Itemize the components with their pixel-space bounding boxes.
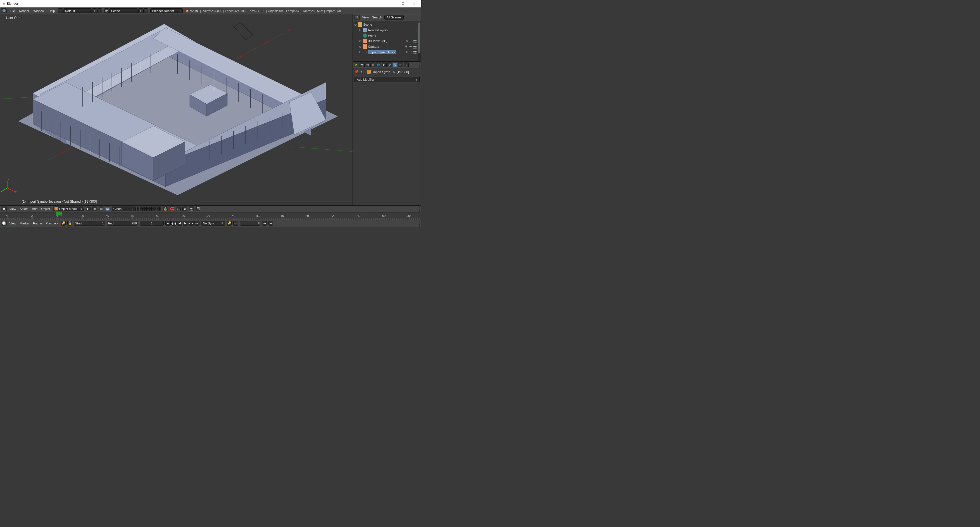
jump-end-button[interactable]: ⏭ xyxy=(194,221,199,225)
outliner-menu-view[interactable]: View xyxy=(361,15,370,19)
editor-type-timeline-icon[interactable]: 🕓▾ xyxy=(1,221,7,225)
timeline-cursor[interactable] xyxy=(59,213,59,220)
outliner-item-scene[interactable]: Scene xyxy=(363,23,372,26)
tab-render[interactable]: 📷 xyxy=(360,62,364,67)
menu-help[interactable]: Help xyxy=(48,9,56,13)
layout-browse-button[interactable] xyxy=(58,8,63,13)
tab-world[interactable]: 🌐 xyxy=(376,62,381,67)
eye-icon[interactable]: 👁 xyxy=(406,45,408,48)
layer-buttons[interactable] xyxy=(137,206,161,211)
minimize-button[interactable]: — xyxy=(387,0,398,7)
opengl-anim-button[interactable]: 🎞 xyxy=(196,206,200,211)
tab-scene[interactable]: 🎬 xyxy=(371,62,375,67)
tab-constraints[interactable]: 🔗 xyxy=(387,62,392,67)
outliner-tree[interactable]: ⊖Scene ⊕RenderLayers▫ World ⊕3D View: {3… xyxy=(353,21,421,62)
close-button[interactable]: ✕ xyxy=(409,0,420,7)
key-remove-button[interactable]: 🗝 xyxy=(269,221,273,225)
tab-data[interactable]: ▽ xyxy=(398,62,403,67)
vp-menu-select[interactable]: Select xyxy=(19,206,29,211)
keying-set-dropdown[interactable]: ⇕ xyxy=(240,221,260,225)
outliner-item-camera[interactable]: Camera xyxy=(368,45,379,48)
scene-dropdown[interactable]: Scene xyxy=(109,8,138,13)
lock-camera-button[interactable]: 🔒 xyxy=(163,206,168,211)
auto-keyframe-button[interactable]: 🔑 xyxy=(61,221,66,225)
proportional-button[interactable]: ◉ xyxy=(183,206,187,211)
shading-mode-button[interactable]: ◐ xyxy=(86,206,91,211)
tl-menu-frame[interactable]: Frame xyxy=(32,221,43,225)
layout-add-button[interactable]: ＋ xyxy=(92,8,97,13)
tab-modifiers[interactable]: 🔧 xyxy=(393,62,398,67)
tl-menu-marker[interactable]: Marker xyxy=(19,221,30,225)
renderlayer-ex-icon[interactable]: ▫ xyxy=(416,29,417,32)
add-modifier-dropdown[interactable]: Add Modifier xyxy=(355,77,420,83)
window-title-bar: Blender — ☐ ✕ xyxy=(0,0,421,8)
editor-type-properties-icon[interactable]: 🧩▾ xyxy=(354,62,359,67)
layers-button[interactable]: ▦ xyxy=(99,206,103,211)
editor-type-info-icon[interactable]: i▾ xyxy=(1,8,7,13)
screen-layout-dropdown[interactable]: Default xyxy=(63,8,92,13)
keyframe-prev-button[interactable]: ⏴⏴ xyxy=(171,221,177,225)
cursor-icon[interactable]: ⮕ xyxy=(409,51,412,54)
world-icon xyxy=(363,33,367,38)
render-icon[interactable]: 📷 xyxy=(413,50,417,54)
outliner-scrollbar[interactable] xyxy=(418,22,421,60)
tab-object[interactable]: ◧ xyxy=(382,62,387,67)
timeline-ruler[interactable]: -40-200204060801001201401601802002202402… xyxy=(0,212,421,220)
pivot-button[interactable]: ⊕ xyxy=(92,206,97,211)
keyframe-next-button[interactable]: ⏵⏵ xyxy=(189,221,194,225)
eye-icon[interactable]: 👁 xyxy=(406,51,408,54)
outliner-display-mode[interactable]: All Scenes xyxy=(384,15,404,19)
outliner-item-import[interactable]: Import Symbol loca xyxy=(368,50,396,54)
maximize-button[interactable]: ☐ xyxy=(397,0,409,7)
snap-type-button[interactable]: ⬚ xyxy=(176,206,181,211)
menu-file[interactable]: File xyxy=(9,9,16,13)
render-engine-dropdown[interactable]: Blender Render⇕ xyxy=(150,8,183,13)
tab-renderlayers[interactable]: 🖼 xyxy=(365,62,370,67)
outliner-menu-search[interactable]: Search xyxy=(371,15,383,19)
menu-window[interactable]: Window xyxy=(32,9,46,13)
tab-material[interactable]: ● xyxy=(404,62,409,67)
vp-menu-add[interactable]: Add xyxy=(31,206,38,211)
current-frame-field[interactable]: 1 xyxy=(140,221,164,225)
manipulator-button[interactable]: ◎ xyxy=(105,206,110,211)
key-add-button[interactable]: 🗝 xyxy=(262,221,267,225)
render-icon[interactable]: 📷 xyxy=(413,40,417,43)
layout-delete-button[interactable]: ✕ xyxy=(97,8,102,13)
outliner-item-world[interactable]: World xyxy=(368,34,376,37)
scene-add-button[interactable]: ＋ xyxy=(138,8,143,13)
snap-button[interactable]: 🧲 xyxy=(170,206,174,211)
vp-menu-object[interactable]: Object xyxy=(40,206,51,211)
editor-type-outliner-icon[interactable]: ▾ xyxy=(354,15,360,20)
svg-rect-76 xyxy=(357,17,358,17)
3d-viewport[interactable]: User Ortho xyxy=(0,14,353,205)
vp-menu-view[interactable]: View xyxy=(8,206,17,211)
play-button[interactable]: ▶ xyxy=(183,221,188,225)
pin-icon[interactable]: 📌 xyxy=(355,70,358,74)
editor-type-3dview-icon[interactable]: ▾ xyxy=(1,206,7,211)
scene-link-icon[interactable]: ✶ xyxy=(360,70,363,74)
cursor-icon[interactable]: ⮕ xyxy=(409,40,412,43)
key-insert-button[interactable]: 🔑 xyxy=(227,221,232,225)
tl-menu-view[interactable]: View xyxy=(8,221,17,225)
jump-start-button[interactable]: ⏮ xyxy=(165,221,171,225)
scene-delete-button[interactable]: ✕ xyxy=(143,8,148,13)
sync-mode-dropdown[interactable]: No Sync⇕ xyxy=(201,221,225,225)
opengl-render-button[interactable]: 📷 xyxy=(189,206,194,211)
scene-browse-button[interactable] xyxy=(104,8,109,13)
play-reverse-button[interactable]: ◀ xyxy=(177,221,182,225)
start-frame-field[interactable]: Start:1 xyxy=(74,221,105,225)
outliner-item-3dview[interactable]: 3D View: {3D} xyxy=(368,40,387,43)
eye-icon[interactable]: 👁 xyxy=(406,40,408,43)
cursor-icon[interactable]: ⮕ xyxy=(409,45,412,48)
mode-dropdown[interactable]: Object Mode⇕ xyxy=(53,206,84,211)
breadcrumb-object[interactable]: Import Symb…> xyxy=(372,70,395,74)
orientation-dropdown[interactable]: Global⇕ xyxy=(112,206,136,211)
key-delete-button[interactable]: — xyxy=(233,221,238,225)
lock-button[interactable]: 🔓 xyxy=(67,221,72,225)
outliner-item-renderlayers[interactable]: RenderLayers xyxy=(368,29,388,32)
render-icon[interactable]: 📷 xyxy=(413,45,417,49)
end-frame-field[interactable]: End:250 xyxy=(107,221,138,225)
svg-line-66 xyxy=(7,188,14,192)
tl-menu-playback[interactable]: Playback xyxy=(45,221,59,225)
menu-render[interactable]: Render xyxy=(18,9,30,13)
